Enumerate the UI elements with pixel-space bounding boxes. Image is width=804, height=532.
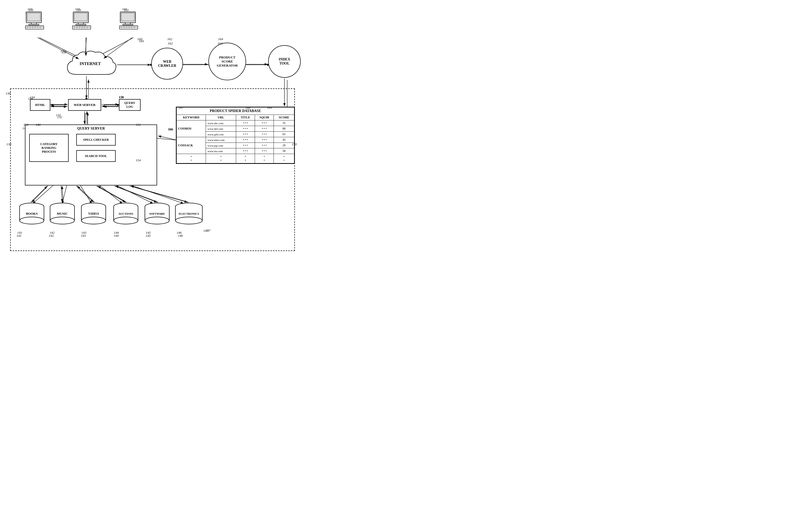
- ref-167-label: 167: [179, 106, 184, 110]
- svg-rect-41: [72, 26, 91, 29]
- ref-164-label: 164: [218, 41, 223, 45]
- ref-160-label: 160: [139, 39, 144, 43]
- ref-146-label: 146: [177, 231, 182, 235]
- video-db: VIDEO: [79, 203, 108, 226]
- svg-text:BOOKS: BOOKS: [26, 212, 38, 215]
- col-url: URL: [206, 115, 236, 120]
- books-db: BOOKS: [18, 203, 46, 226]
- product-score-generator-node: PRODUCT SCORE GENERATOR: [208, 43, 246, 80]
- table-title: PRODUCT SPIDER DATABASE: [177, 108, 294, 115]
- ref-110-label-b: 110: [76, 8, 81, 12]
- ref-136-label: 136: [119, 95, 124, 99]
- ref-141-label: 141: [17, 231, 22, 235]
- computer-2: [72, 12, 95, 32]
- ref-145-label: 145: [146, 231, 151, 235]
- svg-rect-52: [125, 23, 130, 24]
- web-server-label: WEB SERVER: [74, 103, 96, 107]
- table-row: COSSACK www.mno.com • • • • • • 45: [177, 137, 294, 143]
- ref-162-label: 162: [168, 41, 173, 45]
- spell-checker-label: SPELL CHECKER: [83, 138, 109, 142]
- svg-text:VIDEO: VIDEO: [88, 212, 99, 215]
- svg-rect-40: [76, 24, 86, 25]
- col-squib: SQUIB: [255, 115, 274, 120]
- svg-text:INTERNET: INTERNET: [79, 61, 101, 66]
- svg-rect-54: [119, 26, 138, 29]
- ref-134-label: 134: [30, 95, 35, 99]
- query-log-label: QUERY LOG: [124, 101, 135, 109]
- svg-rect-24: [27, 13, 40, 21]
- ref-168-label: 168: [245, 106, 250, 110]
- svg-point-98: [175, 217, 202, 224]
- ref-142-label: 142: [50, 231, 55, 235]
- svg-text:MUSIC: MUSIC: [57, 212, 68, 215]
- ref-166-label: 166: [168, 128, 173, 132]
- auctions-db: AUCTIONS: [112, 203, 140, 226]
- col-title: TITLE: [236, 115, 255, 120]
- ref-147-label: 147: [205, 229, 210, 233]
- query-server-box: QUERY SERVER CATEGORY RANKING PROCESS SP…: [25, 125, 157, 186]
- web-crawler-node: WEB CRAWLER: [151, 48, 183, 79]
- index-tool-node: INDEX TOOL: [268, 45, 301, 78]
- product-spider-table: PRODUCT SPIDER DATABASE KEYWORD URL TITL…: [176, 107, 295, 164]
- ref-110-label-c: 110: [124, 8, 129, 12]
- svg-rect-26: [31, 23, 36, 24]
- software-db: SOFTWARE: [143, 203, 171, 226]
- web-server-node: WEB SERVER: [68, 99, 101, 111]
- svg-text:ELECTRONICS: ELECTRONICS: [179, 212, 199, 215]
- svg-point-68: [20, 217, 44, 224]
- ref-144-label: 144: [114, 231, 119, 235]
- category-ranking-label: CATEGORY RANKING PROCESS: [40, 142, 57, 154]
- ref-150-label: 150: [23, 123, 29, 127]
- ref-164: 164: [218, 37, 223, 41]
- svg-text:AUCTIONS: AUCTIONS: [118, 212, 133, 215]
- svg-rect-27: [29, 24, 39, 25]
- svg-point-80: [81, 217, 106, 224]
- ref-152-label: 152: [136, 123, 141, 127]
- computer-3: [119, 12, 142, 32]
- ref-169-label: 169: [267, 106, 272, 110]
- diagram: 110 110 110 120 130 132 134 136 140 141 …: [0, 0, 402, 266]
- svg-text:SOFTWARE: SOFTWARE: [149, 212, 165, 215]
- svg-point-74: [50, 217, 74, 224]
- category-ranking-process-node: CATEGORY RANKING PROCESS: [29, 134, 69, 162]
- ref-132-label: 132: [57, 115, 62, 119]
- svg-rect-38: [74, 13, 88, 21]
- query-log-node: QUERY LOG: [119, 99, 141, 111]
- ref-143-label: 143: [81, 231, 87, 235]
- ref-154-label: 154: [136, 158, 141, 162]
- html-label: HTML: [35, 103, 45, 107]
- svg-rect-28: [25, 26, 44, 29]
- electronics-db: ELECTRONICS: [174, 203, 204, 226]
- svg-rect-51: [121, 13, 134, 21]
- search-tool-node: SEARCH TOOL: [76, 150, 116, 162]
- ref-130-label: 130: [5, 92, 11, 96]
- ref-170-label: 170: [292, 142, 297, 146]
- ref-110-label-a: 110: [29, 8, 33, 12]
- table-row: •• •• •• •• ••: [177, 154, 294, 163]
- svg-rect-53: [123, 24, 133, 25]
- index-tool-label: INDEX TOOL: [279, 57, 290, 65]
- svg-rect-39: [78, 23, 83, 24]
- col-keyword: KEYWORD: [177, 115, 206, 120]
- web-crawler-label: WEB CRAWLER: [158, 60, 176, 68]
- ref-162: 162: [167, 37, 172, 41]
- col-score: SCORE: [274, 115, 294, 120]
- svg-point-92: [145, 217, 169, 224]
- computer-1: [25, 12, 48, 32]
- internet-cloud: INTERNET: [62, 50, 118, 82]
- spell-checker-node: SPELL CHECKER: [76, 134, 116, 146]
- ref-120-label: 120: [61, 50, 67, 54]
- search-tool-label: SEARCH TOOL: [85, 154, 107, 158]
- table-row: COSMOS www.abc.com • • • • • • 35: [177, 120, 294, 126]
- html-node: HTML: [30, 99, 50, 111]
- ref-140-label: 140: [36, 123, 41, 127]
- product-score-generator-label: PRODUCT SCORE GENERATOR: [217, 55, 238, 68]
- svg-point-86: [114, 217, 138, 224]
- music-db: MUSIC: [48, 203, 76, 226]
